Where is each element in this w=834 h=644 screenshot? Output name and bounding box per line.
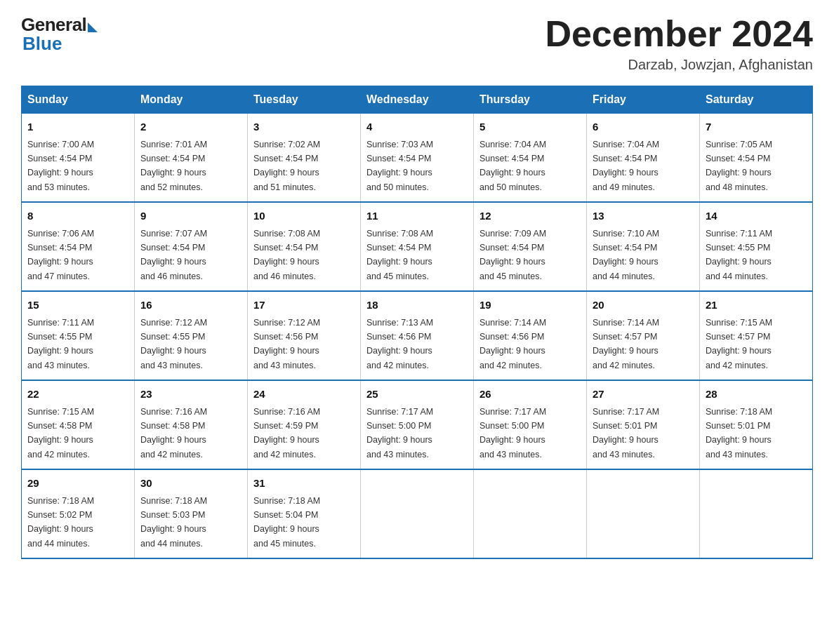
- header-saturday: Saturday: [700, 86, 813, 114]
- table-row: 22 Sunrise: 7:15 AMSunset: 4:58 PMDaylig…: [22, 380, 135, 469]
- logo: General Blue: [21, 14, 98, 55]
- day-detail: Sunrise: 7:09 AMSunset: 4:54 PMDaylight:…: [479, 229, 546, 281]
- table-row: 28 Sunrise: 7:18 AMSunset: 5:01 PMDaylig…: [700, 380, 813, 469]
- day-detail: Sunrise: 7:06 AMSunset: 4:54 PMDaylight:…: [27, 229, 94, 281]
- table-row: 19 Sunrise: 7:14 AMSunset: 4:56 PMDaylig…: [474, 291, 587, 380]
- table-row: 2 Sunrise: 7:01 AMSunset: 4:54 PMDayligh…: [135, 114, 248, 203]
- day-number: 27: [593, 387, 694, 403]
- table-row: 24 Sunrise: 7:16 AMSunset: 4:59 PMDaylig…: [248, 380, 361, 469]
- day-detail: Sunrise: 7:13 AMSunset: 4:56 PMDaylight:…: [366, 318, 433, 370]
- day-detail: Sunrise: 7:12 AMSunset: 4:56 PMDaylight:…: [253, 318, 320, 370]
- table-row: 21 Sunrise: 7:15 AMSunset: 4:57 PMDaylig…: [700, 291, 813, 380]
- location: Darzab, Jowzjan, Afghanistan: [545, 57, 813, 73]
- table-row: 10 Sunrise: 7:08 AMSunset: 4:54 PMDaylig…: [248, 202, 361, 291]
- day-detail: Sunrise: 7:14 AMSunset: 4:57 PMDaylight:…: [593, 318, 659, 370]
- header-tuesday: Tuesday: [248, 86, 361, 114]
- day-detail: Sunrise: 7:12 AMSunset: 4:55 PMDaylight:…: [140, 318, 207, 370]
- day-number: 28: [706, 387, 807, 403]
- table-row: 30 Sunrise: 7:18 AMSunset: 5:03 PMDaylig…: [135, 469, 248, 558]
- day-detail: Sunrise: 7:18 AMSunset: 5:02 PMDaylight:…: [27, 496, 94, 549]
- month-title: December 2024: [545, 14, 813, 54]
- header-wednesday: Wednesday: [361, 86, 474, 114]
- calendar-week-row: 22 Sunrise: 7:15 AMSunset: 4:58 PMDaylig…: [22, 380, 813, 469]
- logo-arrow-icon: [88, 22, 98, 32]
- day-number: 21: [706, 297, 807, 314]
- table-row: 12 Sunrise: 7:09 AMSunset: 4:54 PMDaylig…: [474, 202, 587, 291]
- day-number: 24: [253, 387, 355, 403]
- day-number: 6: [593, 119, 694, 135]
- table-row: 9 Sunrise: 7:07 AMSunset: 4:54 PMDayligh…: [135, 202, 248, 291]
- table-row: 5 Sunrise: 7:04 AMSunset: 4:54 PMDayligh…: [474, 114, 587, 203]
- day-detail: Sunrise: 7:16 AMSunset: 4:59 PMDaylight:…: [253, 407, 320, 459]
- day-number: 20: [593, 297, 694, 314]
- table-row: 1 Sunrise: 7:00 AMSunset: 4:54 PMDayligh…: [22, 114, 135, 203]
- table-row: 25 Sunrise: 7:17 AMSunset: 5:00 PMDaylig…: [361, 380, 474, 469]
- day-detail: Sunrise: 7:14 AMSunset: 4:56 PMDaylight:…: [479, 318, 546, 370]
- table-row: 29 Sunrise: 7:18 AMSunset: 5:02 PMDaylig…: [22, 469, 135, 558]
- header-sunday: Sunday: [22, 86, 135, 114]
- day-detail: Sunrise: 7:17 AMSunset: 5:01 PMDaylight:…: [593, 407, 659, 459]
- table-row: 18 Sunrise: 7:13 AMSunset: 4:56 PMDaylig…: [361, 291, 474, 380]
- table-row: [361, 469, 474, 558]
- table-row: 27 Sunrise: 7:17 AMSunset: 5:01 PMDaylig…: [587, 380, 700, 469]
- table-row: 20 Sunrise: 7:14 AMSunset: 4:57 PMDaylig…: [587, 291, 700, 380]
- day-number: 4: [366, 119, 468, 135]
- day-number: 22: [27, 387, 128, 403]
- day-number: 7: [706, 119, 807, 135]
- day-number: 13: [593, 208, 694, 224]
- day-number: 18: [366, 297, 468, 314]
- table-row: 7 Sunrise: 7:05 AMSunset: 4:54 PMDayligh…: [700, 114, 813, 203]
- day-detail: Sunrise: 7:11 AMSunset: 4:55 PMDaylight:…: [27, 318, 94, 370]
- calendar-week-row: 15 Sunrise: 7:11 AMSunset: 4:55 PMDaylig…: [22, 291, 813, 380]
- day-number: 12: [479, 208, 581, 224]
- calendar-header-row: Sunday Monday Tuesday Wednesday Thursday…: [22, 86, 813, 114]
- table-row: 8 Sunrise: 7:06 AMSunset: 4:54 PMDayligh…: [22, 202, 135, 291]
- day-detail: Sunrise: 7:08 AMSunset: 4:54 PMDaylight:…: [366, 229, 433, 281]
- day-detail: Sunrise: 7:15 AMSunset: 4:57 PMDaylight:…: [706, 318, 772, 370]
- day-detail: Sunrise: 7:05 AMSunset: 4:54 PMDaylight:…: [706, 140, 772, 192]
- table-row: 31 Sunrise: 7:18 AMSunset: 5:04 PMDaylig…: [248, 469, 361, 558]
- day-number: 17: [253, 297, 355, 314]
- table-row: 16 Sunrise: 7:12 AMSunset: 4:55 PMDaylig…: [135, 291, 248, 380]
- day-detail: Sunrise: 7:15 AMSunset: 4:58 PMDaylight:…: [27, 407, 94, 459]
- calendar-table: Sunday Monday Tuesday Wednesday Thursday…: [21, 86, 813, 559]
- day-detail: Sunrise: 7:01 AMSunset: 4:54 PMDaylight:…: [140, 140, 207, 192]
- table-row: 13 Sunrise: 7:10 AMSunset: 4:54 PMDaylig…: [587, 202, 700, 291]
- table-row: 26 Sunrise: 7:17 AMSunset: 5:00 PMDaylig…: [474, 380, 587, 469]
- day-number: 19: [479, 297, 581, 314]
- day-number: 14: [706, 208, 807, 224]
- table-row: [700, 469, 813, 558]
- day-number: 8: [27, 208, 128, 224]
- day-detail: Sunrise: 7:08 AMSunset: 4:54 PMDaylight:…: [253, 229, 320, 281]
- day-number: 30: [140, 476, 241, 492]
- day-detail: Sunrise: 7:18 AMSunset: 5:04 PMDaylight:…: [253, 496, 320, 549]
- table-row: [587, 469, 700, 558]
- day-number: 23: [140, 387, 241, 403]
- day-detail: Sunrise: 7:17 AMSunset: 5:00 PMDaylight:…: [366, 407, 433, 459]
- logo-blue-text: Blue: [21, 33, 62, 55]
- day-detail: Sunrise: 7:18 AMSunset: 5:01 PMDaylight:…: [706, 407, 772, 459]
- day-number: 2: [140, 119, 241, 135]
- day-number: 15: [27, 297, 128, 314]
- header-thursday: Thursday: [474, 86, 587, 114]
- table-row: [474, 469, 587, 558]
- day-number: 16: [140, 297, 241, 314]
- day-number: 5: [479, 119, 581, 135]
- calendar-week-row: 29 Sunrise: 7:18 AMSunset: 5:02 PMDaylig…: [22, 469, 813, 558]
- day-number: 1: [27, 119, 128, 135]
- day-number: 26: [479, 387, 581, 403]
- calendar-week-row: 1 Sunrise: 7:00 AMSunset: 4:54 PMDayligh…: [22, 114, 813, 203]
- day-number: 10: [253, 208, 355, 224]
- calendar-week-row: 8 Sunrise: 7:06 AMSunset: 4:54 PMDayligh…: [22, 202, 813, 291]
- day-detail: Sunrise: 7:04 AMSunset: 4:54 PMDaylight:…: [479, 140, 546, 192]
- day-detail: Sunrise: 7:10 AMSunset: 4:54 PMDaylight:…: [593, 229, 659, 281]
- table-row: 14 Sunrise: 7:11 AMSunset: 4:55 PMDaylig…: [700, 202, 813, 291]
- day-detail: Sunrise: 7:07 AMSunset: 4:54 PMDaylight:…: [140, 229, 207, 281]
- day-number: 31: [253, 476, 355, 492]
- day-number: 9: [140, 208, 241, 224]
- table-row: 3 Sunrise: 7:02 AMSunset: 4:54 PMDayligh…: [248, 114, 361, 203]
- day-detail: Sunrise: 7:11 AMSunset: 4:55 PMDaylight:…: [706, 229, 772, 281]
- day-detail: Sunrise: 7:03 AMSunset: 4:54 PMDaylight:…: [366, 140, 433, 192]
- title-block: December 2024 Darzab, Jowzjan, Afghanist…: [545, 14, 813, 73]
- day-number: 11: [366, 208, 468, 224]
